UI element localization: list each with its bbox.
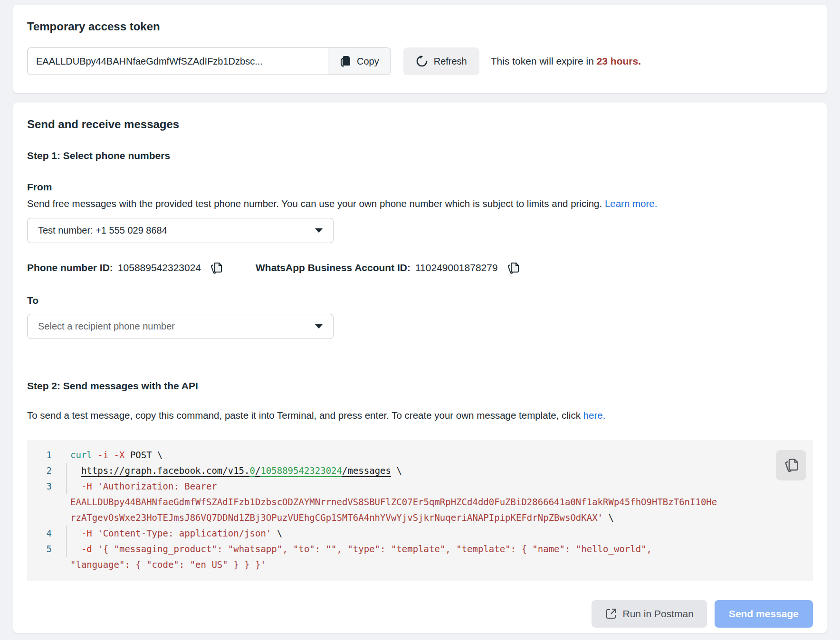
line-number: 1 [27, 447, 66, 463]
code-text: -H 'Content-Type: application/json' \ [67, 526, 282, 541]
from-number-select[interactable]: Test number: +1 555 029 8684 [27, 218, 334, 243]
waba-id-value: 110249001878279 [415, 262, 498, 273]
send-message-button[interactable]: Send message [715, 600, 813, 628]
section-divider [13, 361, 827, 361]
messages-card-title: Send and receive messages [27, 118, 813, 131]
refresh-icon [416, 55, 428, 67]
from-label: From [27, 181, 813, 193]
token-expiry-value: 23 hours. [597, 56, 641, 66]
copy-phone-id-button[interactable] [210, 261, 222, 275]
refresh-token-button[interactable]: Refresh [403, 47, 479, 75]
to-label: To [27, 295, 813, 306]
code-line: rzATgevOsWxe23HoTEJmsJ86VQ7DDNd1ZBj3OPuz… [27, 510, 813, 526]
step2-description: To send a test message, copy this comman… [27, 409, 813, 422]
from-description-text: Send free messages with the provided tes… [27, 198, 605, 209]
code-text: EAALLDUBpy44BAHNfaeGdmfWfSZAdIFzb1DzbscO… [67, 494, 717, 510]
code-line: "language": { "code": "en_US" } } }' [27, 557, 813, 573]
copy-code-button[interactable] [776, 450, 806, 480]
step1-title: Step 1: Select phone numbers [27, 150, 813, 161]
code-line: 2 https://graph.facebook.com/v15.0/10588… [27, 463, 813, 479]
copy-icon [340, 55, 351, 67]
run-in-postman-button[interactable]: Run in Postman [592, 600, 707, 628]
copy-waba-id-button[interactable] [506, 261, 519, 275]
code-line: 3 -H 'Authorization: Bearer [27, 479, 813, 494]
line-number [27, 510, 66, 526]
refresh-button-label: Refresh [434, 56, 467, 67]
run-in-postman-label: Run in Postman [623, 608, 694, 620]
ids-row: Phone number ID: 105889542323024 WhatsAp… [27, 261, 813, 275]
to-number-placeholder: Select a recipient phone number [38, 321, 175, 332]
copy-icon [506, 261, 519, 275]
actions-row: Run in Postman Send message [27, 600, 813, 628]
copy-icon [783, 457, 799, 473]
token-expiry-prefix: This token will expire in [491, 56, 597, 66]
line-number: 5 [27, 541, 66, 557]
from-description: Send free messages with the provided tes… [27, 197, 813, 210]
here-link[interactable]: here. [583, 410, 606, 421]
code-line: 5 -d '{ "messaging_product": "whatsapp",… [27, 541, 813, 557]
to-number-select[interactable]: Select a recipient phone number [27, 314, 334, 339]
step2-title: Step 2: Send messages with the API [27, 380, 813, 392]
token-card-title: Temporary access token [27, 20, 813, 33]
line-number: 2 [27, 463, 66, 479]
access-token-field[interactable]: EAALLDUBpy44BAHNfaeGdmfWfSZAdIFzb1Dzbsc.… [27, 47, 328, 75]
line-number: 3 [27, 479, 66, 494]
copy-button-label: Copy [357, 56, 379, 67]
token-expiry-text: This token will expire in 23 hours. [491, 56, 641, 67]
temporary-access-token-card: Temporary access token EAALLDUBpy44BAHNf… [13, 5, 827, 93]
code-lines: 1curl -i -X POST \2 https://graph.facebo… [27, 447, 813, 573]
phone-number-id-value: 105889542323024 [118, 262, 201, 273]
code-line: 1curl -i -X POST \ [27, 447, 813, 463]
code-text: -H 'Authorization: Bearer [67, 479, 217, 494]
phone-number-id-label: Phone number ID: [27, 262, 113, 273]
waba-id-label: WhatsApp Business Account ID: [256, 262, 410, 273]
phone-number-id-group: Phone number ID: 105889542323024 [27, 261, 222, 275]
line-number: 4 [27, 526, 66, 541]
code-text: curl -i -X POST \ [67, 447, 163, 463]
chevron-down-icon [315, 228, 323, 233]
curl-code-block: 1curl -i -X POST \2 https://graph.facebo… [27, 440, 813, 581]
code-line: EAALLDUBpy44BAHNfaeGdmfWfSZAdIFzb1DzbscO… [27, 494, 813, 510]
token-row: EAALLDUBpy44BAHNfaeGdmfWfSZAdIFzb1Dzbsc.… [27, 47, 813, 75]
from-number-selected-value: Test number: +1 555 029 8684 [38, 225, 167, 236]
code-text: "language": { "code": "en_US" } } }' [67, 557, 266, 573]
line-number [27, 494, 66, 510]
code-text: rzATgevOsWxe23HoTEJmsJ86VQ7DDNd1ZBj3OPuz… [67, 510, 614, 526]
copy-token-button[interactable]: Copy [328, 47, 391, 75]
send-receive-messages-card: Send and receive messages Step 1: Select… [13, 103, 827, 633]
chevron-down-icon [315, 324, 323, 329]
external-link-icon [605, 608, 617, 620]
code-text: -d '{ "messaging_product": "whatsapp", "… [67, 541, 652, 557]
step2-description-text: To send a test message, copy this comman… [27, 410, 583, 421]
code-line: 4 -H 'Content-Type: application/json' \ [27, 526, 813, 541]
learn-more-link[interactable]: Learn more. [605, 198, 658, 209]
line-number [27, 557, 66, 573]
waba-id-group: WhatsApp Business Account ID: 1102490018… [256, 261, 519, 275]
code-text: https://graph.facebook.com/v15.0/1058895… [67, 463, 402, 479]
copy-icon [210, 261, 222, 275]
